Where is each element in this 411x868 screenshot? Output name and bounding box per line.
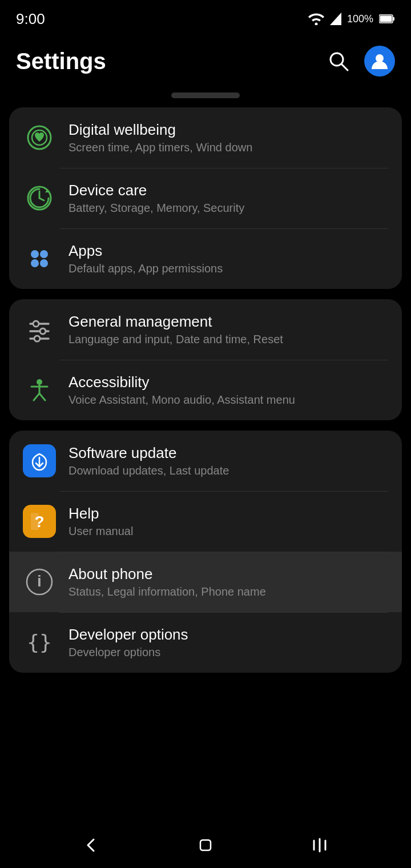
settings-item-digital-wellbeing[interactable]: Digital wellbeing Screen time, App timer… [9, 107, 402, 168]
settings-group-3: Software update Download updates, Last u… [9, 431, 402, 673]
general-management-text: General management Language and input, D… [68, 313, 388, 346]
about-phone-icon-wrapper: i [23, 565, 56, 598]
accessibility-title: Accessibility [68, 373, 388, 391]
digital-wellbeing-title: Digital wellbeing [68, 121, 388, 139]
svg-point-11 [31, 250, 39, 258]
apps-text: Apps Default apps, App permissions [68, 242, 388, 275]
digital-wellbeing-icon-wrapper [23, 121, 56, 154]
scroll-indicator [0, 93, 411, 98]
accessibility-icon [26, 376, 53, 404]
apps-title: Apps [68, 242, 388, 260]
svg-text:i: i [37, 572, 42, 590]
settings-list: Digital wellbeing Screen time, App timer… [0, 107, 411, 740]
settings-group-2: General management Language and input, D… [9, 299, 402, 420]
software-update-title: Software update [68, 444, 388, 462]
settings-item-general-management[interactable]: General management Language and input, D… [9, 299, 402, 360]
developer-options-icon: {} [25, 628, 54, 657]
person-icon [370, 52, 389, 70]
device-care-title: Device care [68, 182, 388, 199]
svg-line-6 [341, 64, 348, 70]
svg-point-18 [40, 328, 46, 334]
developer-options-subtitle: Developer options [68, 646, 388, 659]
svg-point-13 [31, 259, 39, 267]
settings-item-accessibility[interactable]: Accessibility Voice Assistant, Mono audi… [9, 360, 402, 420]
page-header: Settings [0, 34, 411, 88]
svg-point-12 [40, 250, 48, 258]
digital-wellbeing-text: Digital wellbeing Screen time, App timer… [68, 121, 388, 154]
home-icon [196, 836, 215, 854]
svg-point-20 [34, 336, 40, 341]
device-care-icon [26, 184, 53, 212]
developer-options-text: Developer options Developer options [68, 626, 388, 659]
accessibility-subtitle: Voice Assistant, Mono audio, Assistant m… [68, 393, 388, 407]
help-subtitle: User manual [68, 525, 388, 538]
digital-wellbeing-subtitle: Screen time, App timers, Wind down [68, 141, 388, 154]
battery-text: 100% [347, 13, 373, 25]
apps-icon-wrapper [23, 242, 56, 275]
software-update-icon-wrapper [23, 444, 56, 477]
header-actions [325, 46, 395, 77]
search-button[interactable] [325, 48, 352, 74]
svg-point-16 [33, 321, 39, 327]
user-avatar[interactable] [364, 46, 395, 77]
general-management-icon-wrapper [23, 313, 56, 346]
developer-options-icon-wrapper: {} [23, 626, 56, 659]
software-update-subtitle: Download updates, Last update [68, 464, 388, 477]
settings-item-about-phone[interactable]: i About phone Status, Legal information,… [9, 552, 402, 612]
home-button[interactable] [191, 830, 220, 860]
settings-item-apps[interactable]: Apps Default apps, App permissions [9, 228, 402, 289]
recents-icon [311, 836, 329, 854]
settings-group-1: Digital wellbeing Screen time, App timer… [9, 107, 402, 289]
svg-line-24 [34, 393, 39, 400]
svg-rect-32 [200, 840, 211, 850]
battery-icon [379, 14, 395, 24]
general-management-title: General management [68, 313, 388, 331]
developer-options-title: Developer options [68, 626, 388, 644]
status-time: 9:00 [16, 10, 45, 28]
help-icon: ? [29, 511, 50, 532]
page-title: Settings [16, 49, 106, 74]
apps-subtitle: Default apps, App permissions [68, 262, 388, 275]
device-care-icon-wrapper [23, 182, 56, 215]
about-phone-icon: i [25, 567, 54, 597]
recents-button[interactable] [305, 830, 335, 860]
settings-item-software-update[interactable]: Software update Download updates, Last u… [9, 431, 402, 491]
navigation-bar [0, 822, 411, 868]
help-text: Help User manual [68, 505, 388, 538]
about-phone-subtitle: Status, Legal information, Phone name [68, 585, 388, 598]
general-management-subtitle: Language and input, Date and time, Reset [68, 333, 388, 346]
svg-point-14 [40, 259, 48, 267]
help-icon-wrapper: ? [23, 505, 56, 538]
software-update-text: Software update Download updates, Last u… [68, 444, 388, 477]
svg-text:?: ? [34, 513, 44, 531]
about-phone-text: About phone Status, Legal information, P… [68, 565, 388, 598]
svg-text:{}: {} [27, 630, 51, 654]
svg-point-7 [376, 54, 384, 62]
status-bar: 9:00 100% [0, 0, 411, 34]
device-care-text: Device care Battery, Storage, Memory, Se… [68, 182, 388, 215]
settings-item-developer-options[interactable]: {} Developer options Developer options [9, 612, 402, 673]
settings-item-device-care[interactable]: Device care Battery, Storage, Memory, Se… [9, 168, 402, 228]
svg-marker-1 [330, 13, 341, 25]
status-icons: 100% [308, 13, 395, 25]
back-icon [82, 836, 100, 854]
accessibility-icon-wrapper [23, 373, 56, 407]
svg-rect-4 [393, 17, 394, 21]
wifi-icon [308, 13, 324, 25]
help-title: Help [68, 505, 388, 523]
about-phone-title: About phone [68, 565, 388, 583]
svg-rect-3 [380, 16, 392, 22]
software-update-icon [29, 451, 50, 471]
digital-wellbeing-icon [26, 124, 53, 151]
device-care-subtitle: Battery, Storage, Memory, Security [68, 202, 388, 215]
general-management-icon [26, 316, 53, 343]
apps-icon [26, 245, 53, 272]
settings-item-help[interactable]: ? Help User manual [9, 491, 402, 552]
svg-point-0 [315, 23, 317, 26]
back-button[interactable] [76, 830, 106, 860]
signal-icon [330, 13, 341, 25]
accessibility-text: Accessibility Voice Assistant, Mono audi… [68, 373, 388, 407]
svg-line-25 [39, 393, 45, 400]
search-icon [328, 50, 349, 72]
scroll-pill [171, 93, 240, 98]
